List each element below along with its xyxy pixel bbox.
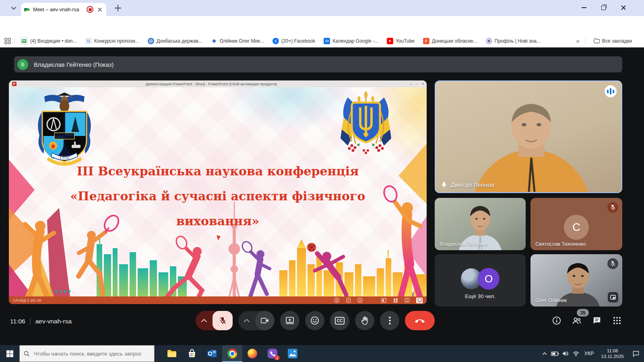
taskbar-outlook[interactable] — [202, 345, 222, 362]
camera-options-chevron-icon[interactable] — [238, 311, 255, 330]
browser-tab-strip: Meet – aev-vnah-rsa — [0, 0, 644, 16]
pen-tool-icon[interactable] — [346, 298, 351, 303]
speaking-indicator-icon — [605, 85, 617, 97]
meeting-time: 11:06 — [10, 318, 25, 325]
mic-control-group — [196, 311, 233, 330]
folder-icon — [594, 38, 600, 43]
next-slide-icon[interactable] — [357, 298, 363, 303]
meeting-details-button[interactable] — [552, 316, 561, 325]
display-settings-icon[interactable] — [416, 298, 423, 303]
bookmark-profile[interactable]: Профіль | Нові зна... — [483, 37, 543, 45]
ukraine-coat-of-arms — [336, 89, 396, 157]
participant-tile-sviatoslav[interactable]: C Святослав Тихоненко — [530, 198, 622, 250]
notes-icon[interactable] — [405, 298, 410, 303]
meeting-code: aev-vnah-rsa — [35, 318, 72, 325]
taskbar-search[interactable] — [19, 345, 155, 362]
slide-title-line3: виховання» — [9, 209, 427, 234]
window-minimize-button[interactable] — [575, 0, 593, 15]
participant-tile-oleh[interactable]: Олег Олійник — [530, 254, 622, 306]
window-restore-button[interactable] — [594, 0, 613, 15]
meet-control-bar: 11:06 aev-vnah-rsa C — [0, 307, 644, 345]
slide-panel-icon[interactable] — [381, 298, 386, 303]
mic-options-chevron-icon[interactable] — [196, 311, 213, 330]
battery-icon[interactable] — [550, 345, 560, 362]
taskbar-chrome[interactable] — [222, 345, 242, 362]
taskbar-photos[interactable] — [283, 345, 303, 362]
mail-icon — [21, 37, 28, 45]
more-options-button[interactable] — [380, 311, 399, 330]
bookmark-facebook[interactable]: f(20+) Facebook — [270, 37, 318, 45]
all-bookmarks-button[interactable]: Все закладки — [591, 37, 634, 45]
browser-tab[interactable]: Meet – aev-vnah-rsa — [21, 3, 106, 16]
university-crest: 1952 — [32, 89, 97, 170]
participant-tile-vladyslav[interactable]: Владислав Гейтенко — [435, 198, 526, 250]
new-tab-button[interactable] — [114, 4, 122, 12]
camera-button[interactable] — [255, 311, 275, 330]
diamond-icon — [211, 38, 217, 44]
tray-hidden-icons-chevron[interactable] — [539, 345, 550, 362]
recording-indicator-icon — [87, 6, 93, 13]
avatar-initial: O — [478, 268, 500, 290]
chat-button[interactable] — [592, 316, 602, 325]
bookmark-donbaska[interactable]: Донбаська держав... — [145, 37, 205, 45]
search-input[interactable] — [33, 350, 150, 357]
pin-icon — [441, 182, 447, 188]
tray-clock[interactable]: 11:06 13.11.2025 — [597, 348, 628, 359]
apps-grid-icon[interactable] — [4, 37, 11, 45]
globe-icon — [148, 38, 154, 44]
slide-title: ІІІ Всеукраїнська наукова конференція «П… — [9, 159, 427, 234]
powerpoint-statusbar: СЛАЙД 1 ИЗ 38 — [9, 296, 427, 304]
present-screen-button[interactable] — [280, 311, 299, 330]
activities-grid-button[interactable] — [612, 316, 622, 325]
meet-favicon — [24, 7, 30, 12]
window-close-button[interactable] — [614, 0, 633, 15]
powerpoint-app-icon: P — [12, 82, 17, 86]
participants-button[interactable] — [572, 316, 582, 325]
bookmark-oliynyk[interactable]: Олійник Олег Мик... — [208, 37, 266, 45]
bookmark-calendar[interactable]: 12Календар Google -... — [321, 37, 381, 45]
presenter-avatar: В — [17, 59, 28, 70]
participant-name: Дмитро Леонов — [441, 181, 494, 188]
presenter-banner-text: Владислав Гейтенко (Показ) — [34, 61, 114, 68]
reactions-button[interactable] — [305, 311, 324, 330]
bookmark-youtube[interactable]: YouTube — [384, 37, 417, 45]
captions-button[interactable]: CC — [330, 311, 349, 330]
tray-date: 13.11.2025 — [601, 354, 624, 359]
divider — [14, 37, 15, 45]
volume-icon[interactable] — [560, 345, 571, 362]
end-call-button[interactable] — [405, 311, 435, 330]
tab-search-chevron-icon[interactable] — [10, 5, 17, 11]
raise-hand-button[interactable] — [355, 311, 374, 330]
bookmark-donetske[interactable]: FДонецьке обласне... — [421, 37, 480, 45]
bookmark-mail[interactable]: (4) Входящие • don... — [18, 36, 79, 46]
participant-letter-avatar: C — [564, 215, 589, 240]
more-participants-tile[interactable]: O Ещё 30 чел. — [435, 254, 526, 306]
taskbar-firefox[interactable] — [242, 345, 262, 362]
powerpoint-window-controls[interactable]: –▫× — [406, 82, 424, 86]
taskbar-ms-store[interactable] — [182, 345, 202, 362]
tab-title: Meet – aev-vnah-rsa — [33, 7, 87, 12]
grid-view-icon[interactable] — [393, 298, 398, 303]
participant-tile-main[interactable]: Дмитро Леонов — [435, 80, 622, 193]
divider — [585, 37, 586, 45]
profile-site-icon — [486, 38, 492, 44]
ppt-minimize-icon: – — [410, 82, 413, 86]
picture-in-picture-icon[interactable] — [608, 292, 618, 302]
taskbar-viber[interactable]: 1 — [262, 345, 283, 362]
mic-muted-button[interactable] — [213, 311, 233, 330]
language-indicator[interactable]: УКР — [581, 351, 597, 356]
start-button[interactable] — [0, 345, 19, 362]
previous-slide-icon[interactable] — [334, 298, 339, 303]
wifi-icon[interactable] — [571, 345, 581, 362]
presenter-banner: В Владислав Гейтенко (Показ) — [14, 56, 622, 72]
windows-taskbar: 1 УКР 11:06 13.11.2025 — [0, 345, 644, 362]
divider — [30, 318, 31, 325]
bookmark-konkursni[interactable]: Конкурсні пропози... — [83, 37, 142, 45]
bookmarks-overflow-chevron[interactable]: » — [576, 37, 579, 44]
slide: 1952 — [9, 87, 427, 296]
tab-close-icon[interactable] — [97, 6, 103, 13]
document-icon — [85, 38, 92, 44]
action-center-icon[interactable] — [628, 345, 644, 362]
taskbar-file-explorer[interactable] — [162, 345, 182, 362]
shared-screen-tile: P Демонстрация PowerPoint - [Фон] - Powe… — [9, 80, 427, 304]
